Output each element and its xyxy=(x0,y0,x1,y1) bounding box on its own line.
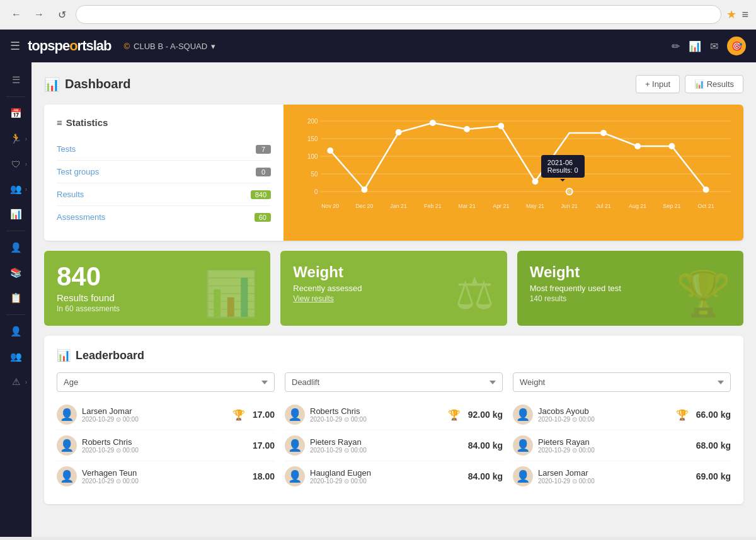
avatar: 👤 xyxy=(285,466,305,486)
player-name: Jacobs Ayoub xyxy=(538,406,671,416)
player-name: Larsen Jomar xyxy=(82,406,227,416)
leaderboard-row: 👤 Haugland Eugen 2020-10-29 ⊙ 00:00 84.0… xyxy=(285,461,503,491)
sidebar-divider-2 xyxy=(6,231,25,231)
stats-item-results[interactable]: Results 840 xyxy=(57,183,271,206)
leaderboard-columns: Age Weight Height 👤 Larsen Jomar 2020-10… xyxy=(57,372,731,491)
sidebar-divider xyxy=(6,96,25,97)
svg-point-13 xyxy=(430,120,436,126)
statistics-panel: ≡ Statistics Tests 7 Test groups 0 xyxy=(44,105,284,241)
forward-button[interactable]: → xyxy=(30,6,48,23)
back-button[interactable]: ← xyxy=(8,6,25,23)
player-value: 92.00 kg xyxy=(468,410,503,420)
sidebar-item-library[interactable]: 📚 xyxy=(3,261,28,284)
weight-bg-icon: ⚖ xyxy=(455,268,495,319)
svg-point-21 xyxy=(703,187,709,193)
tests-badge: 7 xyxy=(256,145,271,154)
club-icon: © xyxy=(124,42,130,51)
club-label: CLUB B - A-SQUAD xyxy=(134,42,207,51)
sidebar-item-charts[interactable]: 📊 xyxy=(3,203,28,226)
chart-panel: 2021-06 Results: 0 200 150 100 xyxy=(284,105,743,241)
leaderboard-col-deadlift: Deadlift Weight Squat 👤 Roberts Chris 20… xyxy=(285,372,503,491)
sidebar-item-user[interactable]: 👤 xyxy=(3,236,28,259)
player-date: 2020-10-29 ⊙ 00:00 xyxy=(310,447,463,454)
stats-item-assessments[interactable]: Assessments 60 xyxy=(57,206,271,228)
leaderboard-row: 👤 Pieters Rayan 2020-10-29 ⊙ 00:00 84.00… xyxy=(285,430,503,461)
avatar: 👤 xyxy=(513,435,533,456)
leaderboard-row: 👤 Pieters Rayan 2020-10-29 ⊙ 00:00 68.00… xyxy=(513,430,731,461)
svg-text:200: 200 xyxy=(307,118,318,125)
svg-text:100: 100 xyxy=(307,153,318,160)
svg-text:Sep 21: Sep 21 xyxy=(663,203,680,209)
testgroups-badge: 0 xyxy=(256,168,271,176)
sidebar-item-alerts[interactable]: ⚠ xyxy=(3,371,28,393)
player-date: 2020-10-29 ⊙ 00:00 xyxy=(310,416,443,423)
tooltip-value: Results: 0 xyxy=(547,166,578,174)
edit-icon[interactable]: ✏ xyxy=(672,40,680,52)
weight-dropdown[interactable]: Weight Height Age xyxy=(513,372,731,392)
sidebar-item-team[interactable]: 👥 xyxy=(3,345,28,368)
page-header: 📊 Dashboard + Input 📊 Results xyxy=(44,75,743,93)
page-title: 📊 Dashboard xyxy=(44,77,636,92)
browser-menu-icon[interactable]: ≡ xyxy=(742,8,748,21)
player-value: 17.00 xyxy=(253,440,275,451)
svg-text:Jun 21: Jun 21 xyxy=(561,203,578,209)
player-name: Pieters Rayan xyxy=(310,437,463,447)
player-date: 2020-10-29 ⊙ 00:00 xyxy=(538,478,691,485)
player-value: 66.00 kg xyxy=(696,410,731,420)
sidebar-item-groups[interactable]: 👥 xyxy=(3,178,28,200)
user-avatar[interactable]: 🎯 xyxy=(727,37,746,55)
deadlift-dropdown[interactable]: Deadlift Weight Squat xyxy=(285,372,503,392)
svg-text:Feb 21: Feb 21 xyxy=(424,203,442,209)
trophy-icon: 🏆 xyxy=(448,409,461,421)
svg-point-14 xyxy=(464,126,470,132)
stats-item-tests[interactable]: Tests 7 xyxy=(57,138,271,161)
input-button[interactable]: + Input xyxy=(636,75,680,93)
summary-card-weight-recent: Weight Recently assessed View results ⚖ xyxy=(280,251,507,326)
svg-point-18 xyxy=(600,130,607,136)
leaderboard-section: 📊 Leaderboard Age Weight Height 👤 xyxy=(44,336,743,504)
results-button[interactable]: 📊 Results xyxy=(685,75,743,93)
player-date: 2020-10-29 ⊙ 00:00 xyxy=(538,416,671,423)
svg-point-15 xyxy=(498,123,504,129)
sidebar-item-athletes[interactable]: 🏃 xyxy=(3,127,28,150)
player-value: 18.00 xyxy=(253,471,275,481)
avatar: 👤 xyxy=(285,405,305,425)
stats-item-testgroups[interactable]: Test groups 0 xyxy=(57,161,271,183)
bookmark-icon[interactable]: ★ xyxy=(726,8,736,21)
hamburger-icon[interactable]: ☰ xyxy=(10,39,20,53)
player-info: Roberts Chris 2020-10-29 ⊙ 00:00 xyxy=(310,406,443,423)
statistics-title: ≡ Statistics xyxy=(57,117,271,128)
stats-icon[interactable]: 📊 xyxy=(689,40,701,52)
sidebar: ☰ 📅 🏃 🛡 👥 📊 👤 📚 📋 👤 👥 ⚠ xyxy=(0,62,32,537)
address-bar[interactable] xyxy=(76,5,721,24)
stats-icon: ≡ xyxy=(57,117,62,128)
results-badge: 840 xyxy=(251,190,271,199)
svg-text:May 21: May 21 xyxy=(526,203,544,209)
sidebar-item-calendar[interactable]: 📅 xyxy=(3,102,28,125)
club-selector[interactable]: © CLUB B - A-SQUAD ▾ xyxy=(124,42,216,51)
player-name: Roberts Chris xyxy=(310,406,443,416)
stats-list: Tests 7 Test groups 0 Results 840 Asse xyxy=(57,138,271,228)
summary-cards: 840 Results found In 60 assessments 📊 We… xyxy=(44,251,743,326)
app-container: ☰ topspeortslab © CLUB B - A-SQUAD ▾ ✏ 📊… xyxy=(0,30,756,537)
leaderboard-row: 👤 Larsen Jomar 2020-10-29 ⊙ 00:00 🏆 17.0… xyxy=(57,399,275,430)
sidebar-item-profile[interactable]: 👤 xyxy=(3,320,28,343)
svg-point-11 xyxy=(362,187,368,193)
chart-svg: 200 150 100 50 0 xyxy=(296,115,731,215)
assessments-badge: 60 xyxy=(255,213,271,222)
tooltip-date: 2021-06 xyxy=(547,159,578,166)
player-info: Pieters Rayan 2020-10-29 ⊙ 00:00 xyxy=(310,437,463,454)
svg-point-17 xyxy=(566,188,573,195)
sidebar-item-shield[interactable]: 🛡 xyxy=(3,152,28,175)
svg-text:Nov 20: Nov 20 xyxy=(321,203,339,209)
svg-text:Aug 21: Aug 21 xyxy=(629,203,646,209)
testgroups-label: Test groups xyxy=(57,167,256,176)
refresh-button[interactable]: ↺ xyxy=(53,6,71,23)
avatar: 👤 xyxy=(513,405,533,425)
mail-icon[interactable]: ✉ xyxy=(710,40,718,52)
svg-point-20 xyxy=(668,143,675,149)
age-dropdown[interactable]: Age Weight Height xyxy=(57,372,275,392)
sidebar-item-list[interactable]: 📋 xyxy=(3,287,28,309)
player-date: 2020-10-29 ⊙ 00:00 xyxy=(310,478,463,485)
sidebar-item-menu[interactable]: ☰ xyxy=(3,69,28,91)
